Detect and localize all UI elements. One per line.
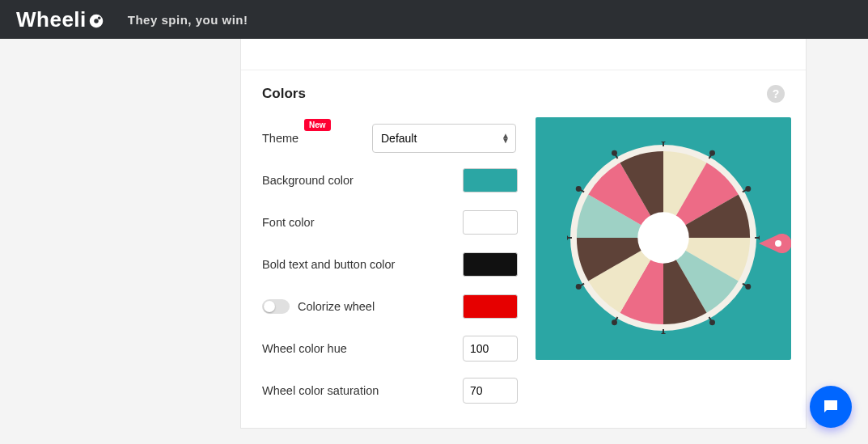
saturation-row: Wheel color saturation xyxy=(262,370,518,412)
svg-point-30 xyxy=(775,240,781,247)
font-color-swatch[interactable] xyxy=(463,210,518,235)
svg-point-25 xyxy=(567,235,568,241)
svg-point-5 xyxy=(637,212,688,263)
background-color-row: Background color xyxy=(262,159,518,201)
new-badge: New xyxy=(304,119,331,131)
svg-point-15 xyxy=(745,284,751,290)
wheel-preview xyxy=(536,117,791,360)
svg-point-19 xyxy=(661,333,667,334)
bold-color-swatch[interactable] xyxy=(463,252,518,277)
chat-button[interactable] xyxy=(810,386,852,428)
wheel-graphic xyxy=(567,142,760,334)
chat-icon xyxy=(821,397,840,417)
colorize-toggle[interactable] xyxy=(262,299,290,314)
svg-point-11 xyxy=(745,186,751,192)
font-color-label: Font color xyxy=(262,216,383,229)
background-color-swatch[interactable] xyxy=(463,168,518,192)
colorize-label: Colorize wheel xyxy=(298,300,375,313)
font-color-row: Font color xyxy=(262,201,518,243)
theme-select[interactable]: Default xyxy=(372,124,516,153)
form-column: Theme New Default ▲▼ Background color Fo… xyxy=(262,117,518,412)
svg-point-29 xyxy=(612,150,617,156)
theme-row: Theme New Default ▲▼ xyxy=(262,117,518,159)
bold-color-row: Bold text and button color xyxy=(262,243,518,285)
logo-wheel-icon xyxy=(87,11,105,28)
settings-panel: Colors ? Theme New Default ▲▼ Background… xyxy=(240,39,807,429)
svg-point-23 xyxy=(576,284,582,290)
colorize-color-swatch[interactable] xyxy=(463,294,518,319)
svg-point-7 xyxy=(661,142,667,142)
svg-point-17 xyxy=(709,319,715,325)
saturation-label: Wheel color saturation xyxy=(262,384,408,397)
wheel-pointer-icon xyxy=(754,234,791,253)
svg-point-27 xyxy=(576,186,582,192)
hue-label: Wheel color hue xyxy=(262,342,383,355)
colorize-row: Colorize wheel xyxy=(262,285,518,328)
background-color-label: Background color xyxy=(262,174,383,187)
app-header: Wheeli They spin, you win! xyxy=(0,0,868,39)
saturation-input[interactable] xyxy=(463,378,518,404)
theme-label: Theme New xyxy=(262,132,383,145)
brand-logo: Wheeli xyxy=(16,7,105,32)
section-title: Colors xyxy=(262,86,306,102)
svg-point-21 xyxy=(612,319,617,325)
svg-point-2 xyxy=(94,19,99,23)
brand-name: Wheeli xyxy=(16,7,87,32)
svg-point-9 xyxy=(709,150,715,156)
hue-input[interactable] xyxy=(463,336,518,362)
help-icon[interactable]: ? xyxy=(767,85,785,103)
hue-row: Wheel color hue xyxy=(262,328,518,370)
svg-point-3 xyxy=(98,17,101,20)
bold-color-label: Bold text and button color xyxy=(262,258,424,271)
tagline: They spin, you win! xyxy=(128,13,248,27)
